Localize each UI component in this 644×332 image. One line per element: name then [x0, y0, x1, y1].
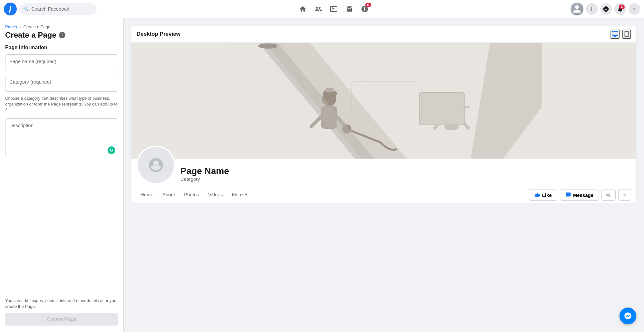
tab-photos[interactable]: Photos — [180, 187, 203, 203]
notifications-badge: 6 — [619, 5, 625, 9]
like-button[interactable]: Like — [529, 189, 557, 201]
account-dropdown-btn[interactable] — [629, 3, 640, 15]
nav-friends-btn[interactable] — [311, 1, 326, 17]
description-field[interactable]: G — [5, 118, 118, 157]
svg-point-21 — [258, 43, 278, 49]
messenger-btn[interactable] — [600, 3, 612, 15]
mobile-view-btn[interactable] — [622, 30, 631, 39]
topnav-right: 6 — [571, 3, 640, 15]
svg-rect-18 — [419, 93, 465, 125]
breadcrumb-pages-link[interactable]: Pages — [5, 24, 17, 29]
topnav: f 🔍 6 — [0, 0, 644, 18]
message-button[interactable]: Message — [560, 189, 599, 201]
category-input[interactable] — [9, 79, 114, 85]
page-category-preview: Category — [180, 176, 229, 182]
breadcrumb-current: Create a Page — [23, 24, 50, 29]
tab-more-label: More — [232, 192, 243, 197]
nav-groups-btn[interactable]: 6 — [357, 1, 372, 17]
search-icon: 🔍 — [23, 6, 29, 12]
tab-more[interactable]: More — [228, 187, 253, 203]
page-nav-actions: Like Message — [529, 189, 631, 201]
breadcrumb: Pages › Create a Page — [5, 24, 118, 29]
search-bar[interactable]: 🔍 — [19, 3, 97, 15]
breadcrumb-separator: › — [20, 24, 21, 29]
page-avatar — [137, 146, 175, 184]
left-panel: Pages › Create a Page Create a Page i Pa… — [0, 18, 124, 332]
page-info-section: Page Name Category — [131, 159, 636, 184]
page-name-field[interactable] — [5, 54, 118, 71]
page-name-preview: Page Name — [180, 166, 229, 176]
cover-area — [131, 43, 636, 159]
svg-rect-9 — [325, 88, 334, 92]
nav-home-btn[interactable] — [295, 1, 311, 17]
message-label: Message — [573, 192, 593, 198]
search-input[interactable] — [31, 6, 93, 12]
nav-marketplace-btn[interactable] — [341, 1, 357, 17]
tab-videos[interactable]: Videos — [204, 187, 227, 203]
facebook-logo[interactable]: f — [4, 3, 17, 15]
grammarly-icon: G — [108, 146, 115, 154]
cover-illustration — [131, 43, 636, 159]
section-title: Page Information — [5, 45, 118, 51]
nav-watch-btn[interactable] — [326, 1, 341, 17]
main-layout: Pages › Create a Page Create a Page i Pa… — [0, 18, 644, 332]
preview-icons — [610, 30, 631, 39]
category-hint: Choose a category that describes what ty… — [5, 96, 118, 113]
page-nav-tabs: Home About Photos Videos More — [137, 187, 253, 203]
like-label: Like — [542, 192, 552, 198]
tab-about[interactable]: About — [159, 187, 179, 203]
tab-home[interactable]: Home — [137, 187, 157, 203]
create-btn[interactable] — [586, 3, 598, 15]
desktop-view-btn[interactable] — [610, 30, 620, 39]
description-textarea[interactable] — [9, 123, 114, 144]
page-nav: Home About Photos Videos More Like — [131, 187, 636, 203]
page-name-input[interactable] — [9, 59, 114, 64]
user-avatar[interactable] — [571, 3, 583, 15]
page-avatar-icon — [138, 147, 174, 183]
preview-header: Desktop Preview — [131, 26, 636, 43]
category-field[interactable] — [5, 75, 118, 92]
right-panel: Desktop Preview — [124, 18, 644, 332]
preview-card: Desktop Preview — [131, 26, 636, 203]
topnav-center: 6 — [99, 1, 568, 17]
bottom-hint: You can add images, contact info and oth… — [5, 298, 118, 309]
create-page-button[interactable]: Create Page — [5, 313, 118, 326]
preview-title: Desktop Preview — [137, 31, 180, 37]
groups-badge: 6 — [365, 3, 371, 7]
messenger-fab[interactable] — [620, 308, 636, 324]
info-icon[interactable]: i — [59, 32, 65, 38]
notifications-btn[interactable]: 6 — [614, 3, 626, 15]
page-title: Create a Page i — [5, 31, 118, 40]
more-options-button[interactable] — [618, 189, 631, 201]
search-button[interactable] — [601, 189, 616, 201]
page-name-area: Page Name Category — [180, 166, 229, 184]
